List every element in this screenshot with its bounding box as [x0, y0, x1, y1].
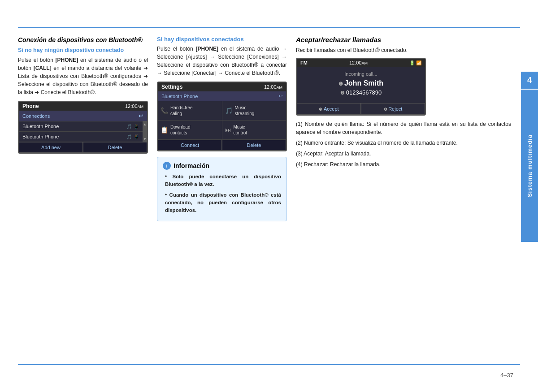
- middle-subtitle: Si hay dispositivos conectados: [157, 36, 287, 43]
- right-sidebar-tab: Sistema multimedia: [521, 90, 538, 242]
- numbered-item-2: (2) Número entrante: Se visualiza el núm…: [296, 139, 511, 147]
- settings-cell-music-streaming[interactable]: 🎵 Musicstreaming: [222, 101, 286, 120]
- tab-number: 4: [521, 72, 538, 89]
- download-contacts-label: Downloadcontacts: [170, 124, 190, 136]
- call-screen-header: FM 12:00AM 🔋 📶: [297, 59, 425, 67]
- battery-icon: 🔋: [409, 60, 415, 65]
- incoming-label: Incoming call...: [304, 71, 418, 77]
- connections-row: Connections ↩: [19, 111, 147, 121]
- left-column: Conexión de dispositivos con Bluetooth® …: [18, 36, 157, 361]
- phone-title: Phone: [22, 103, 39, 109]
- right-body-text: Recibir llamadas con el Bluetooth® conec…: [296, 46, 511, 54]
- info-bullet-2: Cuando un dispositivo con Bluetooth® est…: [163, 191, 281, 215]
- middle-body-text: Pulse el botón [PHONE] en el sistema de …: [157, 45, 287, 77]
- music-icon: 📱: [134, 124, 139, 129]
- scroll-up-arrow[interactable]: ▲: [142, 121, 148, 127]
- info-bullet-1: Solo puede conectarse un dispositivo Blu…: [163, 172, 281, 189]
- left-body-text: Pulse el botón [PHONE] en el sistema de …: [18, 56, 148, 96]
- numbered-item-4: (4) Rechazar: Rechazar la llamada.: [296, 160, 511, 168]
- sidebar-label: Sistema multimedia: [526, 134, 533, 197]
- info-icon: i: [163, 162, 171, 170]
- connect-button[interactable]: Connect: [158, 140, 222, 151]
- right-section-title: Aceptar/rechazar llamadas: [296, 36, 511, 43]
- phone-bottom-buttons: Add new Delete: [19, 142, 147, 153]
- settings-bottom-buttons: Connect Delete: [158, 140, 286, 151]
- left-subtitle: Si no hay ningún dispositivo conectado: [18, 47, 148, 54]
- phone-icon-2: 🎵: [126, 134, 132, 139]
- circle-2: ❷: [340, 90, 346, 95]
- numbered-list: (1) Nombre de quién llama: Si el número …: [296, 120, 511, 168]
- circle-3: ❸: [319, 107, 324, 112]
- bt-phone-icons-2: 🎵 📱: [126, 134, 139, 139]
- call-body: Incoming call... ❶ John Smith ❷ 01234567…: [297, 67, 425, 103]
- caller-name: ❶ John Smith: [304, 79, 418, 87]
- accept-button[interactable]: ❸ Accept: [297, 103, 361, 115]
- signal-icon: 📶: [416, 60, 421, 65]
- music-control-icon: ⏭: [225, 126, 231, 134]
- info-box: i Información Solo puede conectarse un d…: [157, 157, 287, 221]
- numbered-item-1: (1) Nombre de quién llama: Si el número …: [296, 120, 511, 136]
- top-line: [18, 27, 520, 28]
- numbered-item-3: (3) Aceptar: Aceptar la llamada.: [296, 150, 511, 158]
- scroll-down-arrow[interactable]: ▼: [142, 136, 148, 142]
- settings-header: Settings 12:00AM: [158, 82, 286, 91]
- bt-phone-label-1: Bluetooth Phone: [22, 124, 59, 129]
- phone-icon: 🎵: [126, 124, 132, 129]
- settings-time: 12:00AM: [264, 84, 282, 90]
- music-streaming-label: Musicstreaming: [235, 105, 255, 116]
- music-icon-2: 📱: [134, 134, 139, 139]
- bt-phone-label-2: Bluetooth Phone: [22, 134, 59, 139]
- music-streaming-icon: 🎵: [225, 107, 233, 114]
- bt-phone-icons-1: 🎵 📱: [126, 124, 139, 129]
- scroll-bar: ▲ ▼: [143, 121, 147, 142]
- settings-cell-handsfree[interactable]: 📞 Hands-freecaling: [158, 101, 222, 120]
- settings-cell-download-contacts[interactable]: 📋 Downloadcontacts: [158, 121, 222, 139]
- circle-4: ❹: [384, 107, 389, 112]
- phone-rows-area: Bluetooth Phone 🎵 📱 Bluetooth Phone 🎵 📱: [19, 121, 147, 142]
- call-screen: FM 12:00AM 🔋 📶 Incoming call... ❶ John S…: [296, 58, 426, 116]
- phone-screen: Phone 12:00AM Connections ↩ Bluetooth Ph…: [18, 101, 148, 154]
- delete-button[interactable]: Delete: [83, 142, 147, 153]
- connections-label: Connections: [22, 113, 50, 119]
- download-contacts-icon: 📋: [161, 126, 168, 134]
- music-control-label: Musiccontrol: [234, 124, 247, 136]
- handsfree-label: Hands-freecaling: [170, 105, 192, 116]
- bt-phone-header-row: Bluetooth Phone ↩: [158, 91, 286, 101]
- main-content: Conexión de dispositivos con Bluetooth® …: [18, 36, 516, 361]
- reject-button[interactable]: ❹ Reject: [361, 103, 425, 115]
- caller-number: ❷ 01234567890: [304, 89, 418, 96]
- settings-cell-music-control[interactable]: ⏭ Musiccontrol: [222, 121, 286, 139]
- page-number: 4–37: [500, 372, 513, 379]
- bt-phone-header-label: Bluetooth Phone: [161, 94, 198, 99]
- settings-back-arrow[interactable]: ↩: [278, 93, 282, 99]
- fm-label: FM: [300, 60, 308, 65]
- right-column: Aceptar/rechazar llamadas Recibir llamad…: [296, 36, 516, 361]
- circle-1: ❶: [338, 81, 344, 86]
- middle-column: Si hay dispositivos conectados Pulse el …: [157, 36, 296, 361]
- bt-phone-row-2[interactable]: Bluetooth Phone 🎵 📱: [19, 132, 143, 142]
- bottom-line: [18, 364, 520, 365]
- left-section-title: Conexión de dispositivos con Bluetooth®: [18, 36, 148, 44]
- phone-screen-header: Phone 12:00AM: [19, 102, 147, 111]
- call-time: 12:00AM: [349, 60, 368, 65]
- back-arrow-icon[interactable]: ↩: [139, 112, 143, 119]
- handsfree-icon: 📞: [161, 107, 168, 114]
- phone-time: 12:00AM: [125, 103, 143, 109]
- settings-grid: 📞 Hands-freecaling 🎵 Musicstreaming 📋 Do…: [158, 101, 286, 140]
- call-status-icons: 🔋 📶: [409, 60, 421, 65]
- settings-delete-button[interactable]: Delete: [222, 140, 286, 151]
- call-buttons: ❸ Accept ❹ Reject: [297, 103, 425, 115]
- settings-screen: Settings 12:00AM Bluetooth Phone ↩ 📞 Han…: [157, 82, 287, 151]
- settings-title: Settings: [161, 84, 182, 90]
- info-title: i Información: [163, 162, 281, 170]
- bt-phone-row-1[interactable]: Bluetooth Phone 🎵 📱: [19, 121, 143, 132]
- add-new-button[interactable]: Add new: [19, 142, 83, 153]
